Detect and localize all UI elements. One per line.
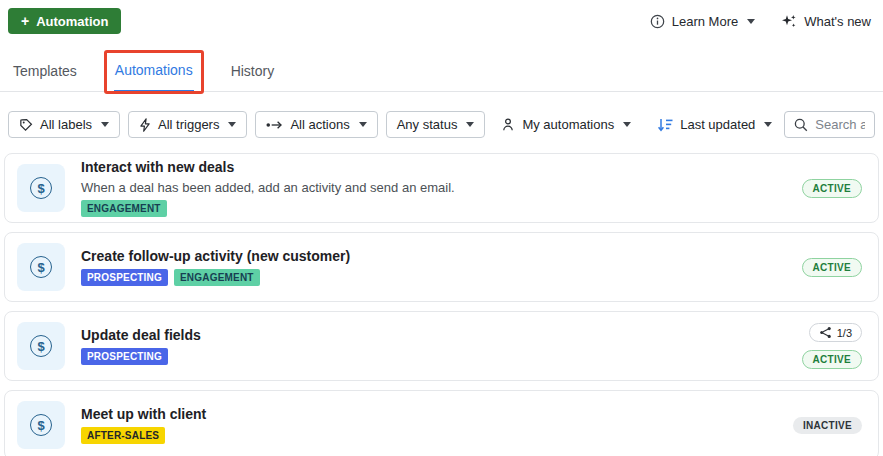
row-content: Create follow-up activity (new customer)… [81, 248, 802, 287]
row-content: Meet up with clientAFTER-SALES [81, 406, 793, 445]
filter-all-actions-label: All actions [290, 117, 349, 132]
filter-all-labels-label: All labels [40, 117, 92, 132]
label-badge: PROSPECTING [81, 269, 168, 286]
automation-row[interactable]: $Meet up with clientAFTER-SALESINACTIVE [4, 390, 879, 456]
row-status-area: INACTIVE [793, 417, 862, 434]
label-badge: AFTER-SALES [81, 427, 165, 444]
label-badge: ENGAGEMENT [174, 269, 260, 286]
status-badge: ACTIVE [802, 258, 862, 277]
tab-history[interactable]: History [230, 57, 276, 91]
chevron-down-icon [466, 122, 474, 127]
whats-new-button[interactable]: What's new [781, 13, 871, 29]
chevron-down-icon [747, 19, 755, 24]
chevron-down-icon [228, 122, 236, 127]
sort-descending-icon [657, 118, 673, 132]
tab-templates[interactable]: Templates [12, 57, 78, 91]
learn-more-menu[interactable]: Learn More [650, 14, 755, 29]
add-automation-label: Automation [36, 14, 108, 29]
dot-arrow-icon [266, 120, 283, 130]
learn-more-label: Learn More [672, 14, 738, 29]
filter-all-actions[interactable]: All actions [255, 111, 377, 138]
label-badge: PROSPECTING [81, 348, 168, 365]
label-list: AFTER-SALES [81, 427, 793, 444]
row-content: Interact with new dealsWhen a deal has b… [81, 159, 802, 217]
label-list: ENGAGEMENT [81, 200, 802, 217]
status-badge: INACTIVE [793, 417, 862, 434]
filter-owner-label: My automations [522, 117, 614, 132]
automation-list: $Interact with new dealsWhen a deal has … [4, 153, 879, 456]
share-count-text: 1/3 [837, 327, 852, 339]
status-badge: ACTIVE [802, 179, 862, 198]
automation-title: Meet up with client [81, 406, 793, 424]
filter-all-triggers[interactable]: All triggers [128, 111, 247, 138]
filter-owner[interactable]: My automations [497, 111, 635, 138]
label-list: PROSPECTINGENGAGEMENT [81, 269, 802, 286]
share-count-pill[interactable]: 1/3 [809, 323, 862, 342]
automation-description: When a deal has been added, add an activ… [81, 180, 802, 196]
dollar-circle-icon: $ [30, 414, 52, 436]
automation-title: Update deal fields [81, 327, 802, 345]
tab-automations[interactable]: Automations [114, 56, 194, 92]
label-tag-icon [19, 118, 33, 132]
chevron-down-icon [101, 122, 109, 127]
deal-icon-tile: $ [17, 164, 65, 212]
automation-row[interactable]: $Update deal fieldsPROSPECTING1/3ACTIVE [4, 311, 879, 381]
filter-any-status[interactable]: Any status [386, 111, 486, 138]
label-list: PROSPECTING [81, 348, 802, 365]
search-icon [794, 118, 808, 132]
deal-icon-tile: $ [17, 322, 65, 370]
automation-title: Interact with new deals [81, 159, 802, 177]
dollar-circle-icon: $ [30, 335, 52, 357]
tab-automations-wrap: Automations [114, 56, 194, 91]
filter-all-triggers-label: All triggers [158, 117, 219, 132]
top-bar: + Automation Learn More What's new [0, 0, 883, 34]
top-right-actions: Learn More What's new [650, 13, 871, 29]
row-content: Update deal fieldsPROSPECTING [81, 327, 802, 366]
sparkles-icon [781, 13, 797, 29]
share-icon [819, 326, 832, 339]
automation-row[interactable]: $Interact with new dealsWhen a deal has … [4, 153, 879, 223]
label-badge: ENGAGEMENT [81, 200, 167, 217]
whats-new-label: What's new [804, 14, 871, 29]
lightning-icon [139, 118, 151, 132]
tab-bar: Templates Automations History [0, 56, 883, 92]
automation-title: Create follow-up activity (new customer) [81, 248, 802, 266]
plus-icon: + [21, 14, 29, 28]
chevron-down-icon [764, 122, 772, 127]
deal-icon-tile: $ [17, 243, 65, 291]
sort-control[interactable]: Last updated [653, 111, 776, 138]
search-input[interactable] [815, 117, 865, 132]
sort-by-label: Last updated [680, 117, 755, 132]
status-badge: ACTIVE [802, 350, 862, 369]
automations-page: + Automation Learn More What's new Templ… [0, 0, 883, 456]
automation-row[interactable]: $Create follow-up activity (new customer… [4, 232, 879, 302]
filter-bar: All labels All triggers All actions Any … [8, 111, 875, 138]
dollar-circle-icon: $ [30, 177, 52, 199]
filter-all-labels[interactable]: All labels [8, 111, 120, 138]
chevron-down-icon [359, 122, 367, 127]
row-status-area: ACTIVE [802, 179, 862, 198]
dollar-circle-icon: $ [30, 256, 52, 278]
row-status-area: 1/3ACTIVE [802, 323, 862, 369]
chevron-down-icon [623, 122, 631, 127]
filter-any-status-label: Any status [397, 117, 458, 132]
search-box [784, 111, 875, 138]
info-icon [650, 14, 665, 29]
add-automation-button[interactable]: + Automation [8, 8, 121, 34]
deal-icon-tile: $ [17, 401, 65, 449]
person-icon [501, 117, 515, 132]
row-status-area: ACTIVE [802, 258, 862, 277]
